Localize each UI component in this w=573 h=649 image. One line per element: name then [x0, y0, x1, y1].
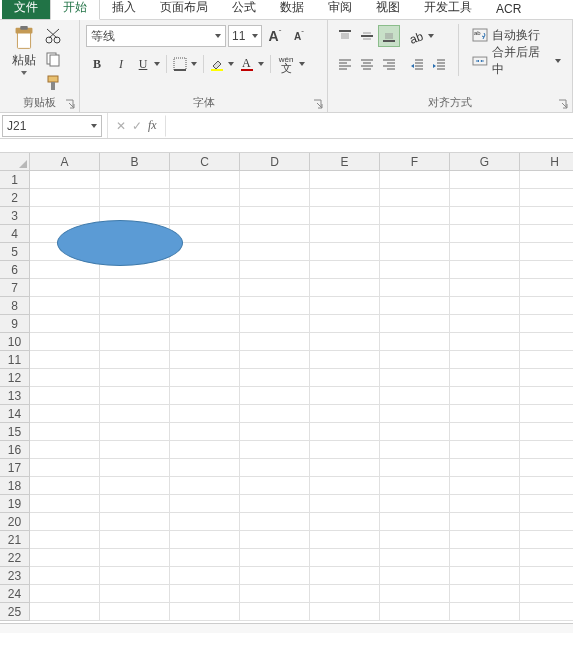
insert-function-button[interactable]: fx	[148, 118, 157, 133]
row-header[interactable]: 7	[0, 279, 30, 297]
cell[interactable]	[100, 351, 170, 369]
cell[interactable]	[380, 279, 450, 297]
cell[interactable]	[30, 189, 100, 207]
cell[interactable]	[310, 369, 380, 387]
cell[interactable]	[240, 171, 310, 189]
cell[interactable]	[450, 171, 520, 189]
cell[interactable]	[310, 225, 380, 243]
row-header[interactable]: 8	[0, 297, 30, 315]
cell[interactable]	[450, 225, 520, 243]
cell[interactable]	[240, 531, 310, 549]
tab-developer[interactable]: 开发工具	[412, 0, 484, 19]
cell[interactable]	[100, 513, 170, 531]
cell[interactable]	[520, 243, 573, 261]
cell[interactable]	[170, 549, 240, 567]
cell[interactable]	[170, 189, 240, 207]
cell[interactable]	[310, 459, 380, 477]
cell[interactable]	[310, 513, 380, 531]
cell[interactable]	[100, 441, 170, 459]
cell[interactable]	[450, 585, 520, 603]
align-right-button[interactable]	[378, 53, 400, 75]
cell[interactable]	[170, 495, 240, 513]
cell[interactable]	[30, 405, 100, 423]
cell[interactable]	[450, 189, 520, 207]
cell[interactable]	[450, 351, 520, 369]
cell[interactable]	[380, 441, 450, 459]
column-header[interactable]: H	[520, 153, 573, 171]
decrease-indent-button[interactable]	[406, 53, 428, 75]
cell[interactable]	[170, 459, 240, 477]
merge-center-button[interactable]: 合并后居中	[467, 50, 566, 72]
cell[interactable]	[30, 333, 100, 351]
cell[interactable]	[170, 531, 240, 549]
cell[interactable]	[450, 513, 520, 531]
row-header[interactable]: 17	[0, 459, 30, 477]
cell[interactable]	[380, 225, 450, 243]
align-middle-button[interactable]	[356, 25, 378, 47]
cell[interactable]	[310, 243, 380, 261]
cell[interactable]	[170, 441, 240, 459]
cell[interactable]	[240, 585, 310, 603]
cell[interactable]	[450, 405, 520, 423]
cell[interactable]	[100, 477, 170, 495]
cell[interactable]	[450, 459, 520, 477]
cell[interactable]	[240, 423, 310, 441]
row-header[interactable]: 12	[0, 369, 30, 387]
phonetic-guide-dropdown[interactable]	[297, 53, 307, 75]
cell[interactable]	[240, 333, 310, 351]
cell[interactable]	[100, 423, 170, 441]
cell[interactable]	[520, 423, 573, 441]
cell[interactable]	[240, 495, 310, 513]
cell[interactable]	[100, 603, 170, 621]
tab-review[interactable]: 审阅	[316, 0, 364, 19]
cell[interactable]	[100, 189, 170, 207]
cell[interactable]	[170, 171, 240, 189]
cell[interactable]	[380, 315, 450, 333]
format-painter-button[interactable]	[44, 74, 62, 92]
cell[interactable]	[240, 405, 310, 423]
cell[interactable]	[310, 477, 380, 495]
row-header[interactable]: 23	[0, 567, 30, 585]
cell[interactable]	[310, 441, 380, 459]
cell[interactable]	[30, 387, 100, 405]
cell[interactable]	[240, 477, 310, 495]
cell[interactable]	[310, 207, 380, 225]
cell[interactable]	[450, 441, 520, 459]
cell[interactable]	[310, 333, 380, 351]
sheet-tabs-bar[interactable]	[0, 623, 573, 633]
cell[interactable]	[310, 279, 380, 297]
formula-bar-input[interactable]	[165, 115, 573, 137]
cell[interactable]	[240, 261, 310, 279]
cell[interactable]	[520, 189, 573, 207]
phonetic-guide-button[interactable]: wén 文	[275, 53, 297, 75]
cell[interactable]	[240, 297, 310, 315]
cell[interactable]	[240, 387, 310, 405]
cell[interactable]	[310, 405, 380, 423]
cell[interactable]	[450, 261, 520, 279]
cell[interactable]	[380, 423, 450, 441]
align-center-button[interactable]	[356, 53, 378, 75]
cell[interactable]	[170, 387, 240, 405]
row-header[interactable]: 21	[0, 531, 30, 549]
copy-button[interactable]	[44, 50, 62, 68]
column-header[interactable]: C	[170, 153, 240, 171]
cell[interactable]	[170, 333, 240, 351]
row-header[interactable]: 19	[0, 495, 30, 513]
cell[interactable]	[380, 243, 450, 261]
cell[interactable]	[240, 225, 310, 243]
cell[interactable]	[30, 279, 100, 297]
cell[interactable]	[520, 387, 573, 405]
cell[interactable]	[450, 531, 520, 549]
cell[interactable]	[30, 423, 100, 441]
clipboard-launcher[interactable]	[64, 98, 76, 110]
cell[interactable]	[240, 549, 310, 567]
cell[interactable]	[240, 441, 310, 459]
column-header[interactable]: A	[30, 153, 100, 171]
cell[interactable]	[30, 585, 100, 603]
cell[interactable]	[170, 279, 240, 297]
cell[interactable]	[520, 279, 573, 297]
tab-formulas[interactable]: 公式	[220, 0, 268, 19]
tab-page-layout[interactable]: 页面布局	[148, 0, 220, 19]
cell[interactable]	[100, 405, 170, 423]
row-header[interactable]: 25	[0, 603, 30, 621]
